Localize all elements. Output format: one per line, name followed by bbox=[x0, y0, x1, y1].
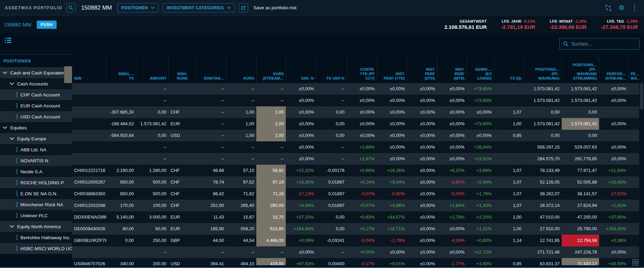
cell-positions-pf: 556.297,15 bbox=[524, 141, 562, 153]
categories-dropdown[interactable]: INVESTMENT CATEGORIES bbox=[163, 3, 235, 12]
cell-waehrung: EUR bbox=[168, 211, 196, 223]
column-header-inst-perf-dtd[interactable]: INST.PERF(DTD) bbox=[407, 54, 437, 83]
cell-fx-q: 0,85 bbox=[494, 258, 524, 265]
table-row[interactable]: CH00122217162.190,001.280,00CHF46,6857,1… bbox=[72, 165, 639, 176]
column-header-amount[interactable]: AMOUNT bbox=[136, 54, 168, 83]
chevron-down-icon[interactable] bbox=[10, 137, 14, 140]
column-header-perfor-stream[interactable]: PERFOR…(STREAM… bbox=[599, 54, 628, 83]
table-row[interactable]: DE000843002680,0050,00EUR195,90558,20515… bbox=[72, 223, 639, 235]
sidebar-item-equity-europe[interactable]: Equity Europe bbox=[0, 133, 72, 144]
sidebar-item-unilever-plc[interactable]: Unilever PLC bbox=[0, 210, 72, 221]
cell-positions-pf-stream: 0,00 bbox=[562, 106, 599, 118]
column-header-var-pct[interactable]: VAR. % bbox=[286, 54, 316, 83]
cell-einstand: -- bbox=[196, 141, 226, 153]
column-header-gewic[interactable]: GEWIC…(EXLOANS) bbox=[467, 54, 494, 83]
cell-gewic: +0,60% bbox=[467, 235, 494, 246]
column-header-fx-q[interactable]: FX (Q) bbox=[494, 54, 524, 83]
cell-fx-var-pct: 0,00 bbox=[316, 223, 347, 235]
column-header-positions-pf-stream[interactable]: POSITIONS…(PF.-WÄHRUNGSTREAMING) bbox=[562, 54, 599, 83]
column-header-simul-tx[interactable]: SIMUL…TX bbox=[106, 54, 136, 83]
cell-perfor-stream: +2,81% bbox=[599, 200, 628, 211]
sidebar-item-hsbc-msci-world-uci[interactable]: HSBC MSCI WORLD UCI… bbox=[0, 243, 72, 254]
cell-inst-perf-ytd: +9,94% bbox=[377, 176, 407, 188]
column-header-isin[interactable]: ISIN bbox=[72, 54, 106, 83]
cell-inst-perf-ytd: +16,36% bbox=[377, 165, 407, 176]
layout-grid-icon[interactable] bbox=[632, 259, 639, 266]
cell-gewic: +73,65% bbox=[467, 95, 494, 106]
drag-dots-icon bbox=[16, 180, 17, 185]
kebab-menu-icon[interactable]: ⋮ bbox=[631, 4, 638, 11]
cell-amount: 500,00 bbox=[136, 188, 168, 200]
table-row[interactable]: CH0038863350850,00500,00CHF86,4271,6271,… bbox=[72, 188, 639, 200]
list-add-icon[interactable] bbox=[5, 38, 12, 44]
cell-pe-wae bbox=[628, 153, 639, 165]
table-row[interactable]: -168.484,521.573.081,42EUR--1,001,00±0,0… bbox=[72, 118, 639, 130]
table-search-box[interactable] bbox=[559, 38, 640, 50]
column-header-kurs[interactable]: KURS bbox=[226, 54, 256, 83]
chevron-down-icon[interactable] bbox=[10, 225, 14, 228]
grid-scrollbar-thumb[interactable] bbox=[640, 83, 643, 110]
chevron-down-icon[interactable] bbox=[10, 82, 14, 85]
column-header-inst-perf-ytd[interactable]: INST.PERF (YTD) bbox=[377, 54, 407, 83]
column-header-einstand[interactable]: EINSTAN… bbox=[196, 54, 226, 83]
sidebar-item-cash-accounts[interactable]: Cash Accounts bbox=[0, 78, 72, 89]
sidebar-item-label: ROCHE HOLDING P bbox=[21, 180, 64, 185]
cell-einstand: 86,42 bbox=[196, 188, 226, 200]
grid-vertical-scrollbar[interactable] bbox=[639, 54, 644, 266]
sidebar-item-equities[interactable]: Equities bbox=[0, 122, 72, 133]
column-header-kurs-stream[interactable]: KURS(STREAM… bbox=[256, 54, 286, 83]
column-header-inst-perf-mtd[interactable]: INST.PERF(MTD) bbox=[437, 54, 467, 83]
expand-icon[interactable] bbox=[605, 4, 612, 11]
cell-inst-perf-mtd: +1,84% bbox=[437, 200, 467, 211]
sidebar-item-equity-north-america[interactable]: Equity North America bbox=[0, 221, 72, 232]
sidebar-item-eur-cash-account[interactable]: EUR Cash Account bbox=[0, 100, 72, 111]
column-header-positions-pf[interactable]: POSITIONS…(PF.-WÄHRUNG) bbox=[524, 54, 562, 83]
categories-dropdown-label: INVESTMENT CATEGORIES bbox=[166, 5, 224, 10]
sidebar-item-cash-and-cash-equivalents[interactable]: Cash and Cash Equivalents bbox=[0, 67, 72, 78]
table-row[interactable]: --------±0,00%--+0,00%±0,00%±0,00%±0,00%… bbox=[72, 246, 639, 258]
column-header-pe-wae[interactable]: PE…WÄ… bbox=[628, 54, 639, 83]
table-row[interactable]: -584.920,640,00USD--1,001,00±0,00%0,00±0… bbox=[72, 130, 639, 141]
search-button[interactable] bbox=[66, 3, 75, 12]
cell-inst-perf-dtd: ±0,00% bbox=[407, 211, 437, 223]
table-row[interactable]: GB00B10RZP780,00250,00GBP44,5044,544.466… bbox=[72, 235, 639, 246]
table-row[interactable]: CH0012032048170,00100,00CHF252,90265,402… bbox=[72, 200, 639, 211]
table-row[interactable]: US0846707026340,00200,00USD394,41494,104… bbox=[72, 258, 639, 265]
table-row[interactable]: --------±0,00%--+1,68%±0,00%±0,00%±0,00%… bbox=[72, 141, 639, 153]
settings-gear-icon[interactable]: ⚙ bbox=[619, 4, 624, 11]
table-row[interactable]: DE000ENAG9995.140,003.000,00EUR11,4315,6… bbox=[72, 211, 639, 223]
sidebar-item-e-on-se-na-o-n[interactable]: E.ON SE NA O.N. bbox=[0, 188, 72, 199]
cell-fx-q bbox=[494, 141, 524, 153]
column-header-waehrung[interactable]: WÄH-RUNG bbox=[168, 54, 196, 83]
search-input[interactable] bbox=[571, 41, 636, 47]
table-row[interactable]: CH0012005267850,00500,00CHF78,7497,5297,… bbox=[72, 176, 639, 188]
chevron-down-icon[interactable] bbox=[3, 71, 7, 74]
cell-kurs: 15,67 bbox=[226, 211, 256, 223]
sidebar-item-berkshire-hathaway-inc-b[interactable]: Berkshire Hathaway Inc. B bbox=[0, 232, 72, 243]
cell-var-pct: +4,94% bbox=[286, 200, 316, 211]
open-external-button[interactable] bbox=[239, 3, 248, 12]
sidebar-item-chf-cash-account[interactable]: CHF Cash Account bbox=[0, 89, 72, 100]
cell-kurs-stream: 1,00 bbox=[256, 118, 286, 130]
column-header-fx-var-pct[interactable]: FX VAR.% bbox=[316, 54, 347, 83]
table-row[interactable]: -307.685,300,00CHF--1,001,00±0,00%0,00±0… bbox=[72, 106, 639, 118]
sidebar-item-nestle-s-a[interactable]: Nestle S.A. bbox=[0, 166, 72, 177]
sidebar-item-roche-holding-p[interactable]: ROCHE HOLDING P bbox=[0, 177, 72, 188]
table-row[interactable]: --------±0,00%--+1,67%±0,00%±0,00%±0,00%… bbox=[72, 153, 639, 165]
positions-dropdown[interactable]: POSITIONEN bbox=[117, 3, 159, 12]
cell-waehrung bbox=[168, 246, 196, 258]
cell-inst-perf-mtd: ±0,00% bbox=[437, 118, 467, 130]
sidebar-scrollbar-thumb[interactable] bbox=[64, 66, 72, 83]
sidebar-item-usd-cash-account[interactable]: USD Cash Account bbox=[0, 111, 72, 122]
cell-positions-pf: 27.910,00 bbox=[524, 223, 562, 235]
column-header-contr-ytd[interactable]: CONTR.YTD (PFCCY) bbox=[347, 54, 377, 83]
cell-positions-pf-stream: 281.778,85 bbox=[562, 153, 599, 165]
chevron-down-icon[interactable] bbox=[3, 126, 7, 129]
push-button[interactable]: PUSH bbox=[37, 21, 56, 29]
sidebar-item-novartis-n[interactable]: NOVARTIS N bbox=[0, 155, 72, 166]
table-row[interactable]: --------±0,00%--±0,00%±0,00%±0,00%±0,00%… bbox=[72, 95, 639, 106]
sidebar-item-abb-ltd-na[interactable]: ABB Ltd. NA bbox=[0, 144, 72, 155]
table-row[interactable]: --------±0,00%--±0,00%±0,00%±0,00%±0,00%… bbox=[72, 83, 639, 95]
save-as-portfolio-risk-link[interactable]: Save as portfolio-risk bbox=[254, 5, 297, 10]
sidebar-item-m-nchener-r-ck-na[interactable]: Münchener Rück NA bbox=[0, 199, 72, 210]
